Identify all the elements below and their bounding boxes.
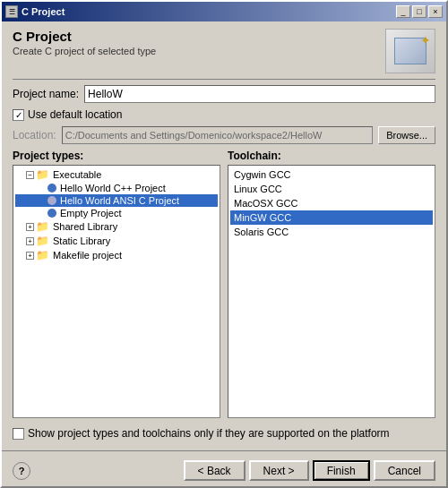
navigation-buttons: < Back Next > Finish Cancel	[184, 460, 435, 481]
dialog-title: C Project	[13, 29, 156, 44]
header-icon: ✦	[385, 29, 435, 73]
bullet-hello-cpp	[47, 184, 56, 193]
header-section: C Project Create C project of selected t…	[13, 29, 435, 80]
toolchain-linux[interactable]: Linux GCC	[230, 182, 433, 196]
project-types-label: Project types:	[13, 150, 220, 162]
finish-button[interactable]: Finish	[313, 460, 370, 481]
toolchain-macosx[interactable]: MacOSX GCC	[230, 196, 433, 210]
main-window: ☰ C Project _ □ × C Project Create C pro…	[0, 0, 448, 488]
toolchain-solaris[interactable]: Solaris GCC	[230, 225, 433, 239]
panels-row: Project types: − 📁 Executable Hello Worl…	[13, 150, 435, 418]
footer: ? < Back Next > Finish Cancel	[2, 455, 446, 486]
expander-makefile[interactable]: +	[26, 252, 34, 260]
maximize-button[interactable]: □	[412, 5, 426, 18]
project-types-panel: Project types: − 📁 Executable Hello Worl…	[13, 150, 220, 418]
folder-icon-static: 📁	[36, 235, 49, 247]
folder-icon-shared: 📁	[36, 220, 49, 233]
footer-separator	[2, 450, 446, 451]
toolchain-mingw[interactable]: MinGW GCC	[230, 210, 433, 225]
cancel-button[interactable]: Cancel	[374, 460, 435, 481]
project-name-input[interactable]	[84, 85, 435, 103]
tree-item-hello-ansi[interactable]: Hello World ANSI C Project	[15, 194, 218, 207]
star-icon: ✦	[420, 33, 431, 47]
project-name-row: Project name:	[13, 85, 435, 103]
location-label: Location:	[13, 129, 56, 141]
folder-icon-makefile: 📁	[36, 249, 49, 261]
tree-item-static[interactable]: + 📁 Static Library	[15, 234, 218, 248]
toolchain-panel: Toolchain: Cygwin GCC Linux GCC MacOSX G…	[228, 150, 435, 418]
label-makefile: Makefile project	[53, 250, 122, 261]
bullet-hello-ansi	[47, 196, 56, 205]
location-row: Location: Browse...	[13, 126, 435, 144]
browse-button[interactable]: Browse...	[378, 126, 435, 144]
filter-checkbox-row: Show project types and toolchains only i…	[13, 427, 435, 440]
label-static: Static Library	[53, 235, 110, 246]
label-executable: Executable	[53, 169, 101, 180]
toolchain-list[interactable]: Cygwin GCC Linux GCC MacOSX GCC MinGW GC…	[228, 165, 435, 418]
tree-item-makefile[interactable]: + 📁 Makefile project	[15, 248, 218, 262]
window-icon: ☰	[5, 5, 18, 18]
filter-checkbox[interactable]	[13, 428, 24, 440]
footer-buttons: ? < Back Next > Finish Cancel	[13, 460, 435, 481]
tree-item-shared[interactable]: + 📁 Shared Library	[15, 219, 218, 234]
tree-item-executable[interactable]: − 📁 Executable	[15, 167, 218, 182]
toolchain-cygwin[interactable]: Cygwin GCC	[230, 167, 433, 182]
toolchain-label: Toolchain:	[228, 150, 435, 162]
folder-icon-executable: 📁	[36, 168, 49, 181]
dialog-subtitle: Create C project of selected type	[13, 46, 156, 56]
help-button[interactable]: ?	[13, 462, 30, 480]
title-bar: ☰ C Project _ □ ×	[2, 2, 446, 21]
back-button[interactable]: < Back	[184, 460, 246, 481]
tree-item-hello-cpp[interactable]: Hello World C++ Project	[15, 182, 218, 194]
default-location-checkbox[interactable]: ✓	[13, 109, 24, 121]
expander-executable[interactable]: −	[26, 171, 34, 179]
label-hello-cpp: Hello World C++ Project	[60, 183, 166, 193]
project-types-list[interactable]: − 📁 Executable Hello World C++ Project H…	[13, 165, 220, 418]
bullet-empty	[47, 209, 56, 218]
filter-label: Show project types and toolchains only i…	[28, 427, 390, 440]
project-name-label: Project name:	[13, 88, 79, 100]
default-location-label: Use default location	[28, 108, 122, 121]
expander-shared[interactable]: +	[26, 223, 34, 231]
title-bar-buttons: _ □ ×	[396, 5, 443, 18]
dialog-content: C Project Create C project of selected t…	[2, 21, 446, 447]
next-button[interactable]: Next >	[249, 460, 309, 481]
default-location-row: ✓ Use default location	[13, 108, 435, 121]
label-hello-ansi: Hello World ANSI C Project	[60, 195, 179, 206]
minimize-button[interactable]: _	[396, 5, 410, 18]
close-button[interactable]: ×	[428, 5, 443, 18]
tree-item-empty[interactable]: Empty Project	[15, 207, 218, 219]
window-title: C Project	[22, 6, 65, 17]
expander-static[interactable]: +	[26, 237, 34, 245]
location-input[interactable]	[62, 126, 373, 144]
label-shared: Shared Library	[53, 221, 117, 232]
label-empty: Empty Project	[60, 208, 121, 218]
